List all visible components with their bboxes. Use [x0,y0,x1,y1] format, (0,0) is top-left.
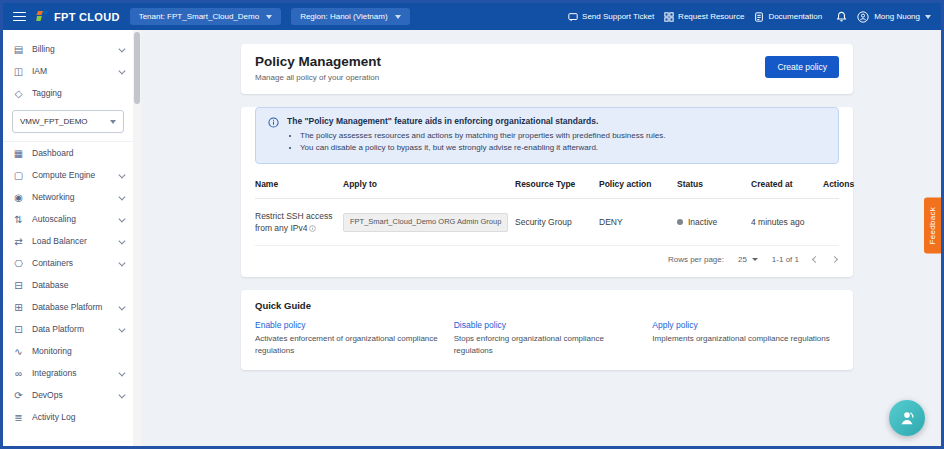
resource-grid-icon [664,12,674,22]
chat-assistant-button[interactable] [889,400,925,436]
chevron-down-icon [118,171,124,177]
column-header-name: Name [255,168,343,198]
hamburger-menu-icon[interactable] [13,12,26,22]
sidebar-item-tagging[interactable]: ◇ Tagging [3,82,133,104]
policy-table-card: The "Policy Management" feature aids in … [241,107,853,277]
chevron-down-icon [118,259,124,265]
table-header-row: Name Apply to Resource Type Policy actio… [255,168,839,199]
disable-policy-link[interactable]: Disable policy [454,320,641,330]
sidebar-item-networking[interactable]: ◉ Networking [3,186,133,208]
apply-to-chip: FPT_Smart_Cloud_Demo ORG Admin Group [343,213,508,232]
disable-policy-desc: Stops enforcing organizational complianc… [454,333,641,355]
sidebar-item-label: Data Platform [32,324,84,334]
sidebar-item-monitoring[interactable]: ∿ Monitoring [3,340,133,362]
monitoring-icon: ∿ [13,346,24,357]
documentation-link[interactable]: Documentation [754,12,822,22]
sidebar-item-iam[interactable]: ◫ IAM [3,60,133,82]
page-header-card: Policy Management Manage all policy of y… [241,44,853,94]
billing-icon: ▤ [13,44,24,55]
sidebar-item-dashboard[interactable]: ▦ Dashboard [3,142,133,164]
sidebar-item-data-platform[interactable]: ⊡ Data Platform [3,318,133,340]
bell-icon [836,11,847,22]
notifications-button[interactable] [836,11,847,22]
send-support-ticket-label: Send Support Ticket [582,12,654,21]
send-support-ticket-link[interactable]: Send Support Ticket [568,12,654,22]
sidebar-item-compute-engine[interactable]: ▢ Compute Engine [3,164,133,186]
project-select-wrap: VMW_FPT_DEMO [3,104,133,142]
data-platform-icon: ⊡ [13,324,24,335]
sidebar-item-label: DevOps [32,390,63,400]
devops-icon: ⟳ [13,390,24,401]
brand-logo[interactable]: FPT CLOUD [36,11,120,23]
database-platform-icon: ⊞ [13,302,24,313]
avatar [857,11,869,23]
sidebar-item-label: Database Platform [32,302,102,312]
chevron-down-icon [752,258,758,261]
sidebar-item-integrations[interactable]: ∞ Integrations [3,362,133,384]
user-menu[interactable]: Mong Nuong [857,11,931,23]
sidebar-item-label: Database [32,280,68,290]
iam-icon: ◫ [13,66,24,77]
create-policy-button[interactable]: Create policy [765,56,839,78]
quick-guide-item: Enable policy Activates enforcement of o… [255,320,442,355]
quick-guide-item: Apply policy Implements organizational c… [652,320,839,355]
chevron-down-icon [110,120,116,124]
info-banner: The "Policy Management" feature aids in … [255,107,839,164]
sidebar-item-autoscaling[interactable]: ⇅ Autoscaling [3,208,133,230]
status-badge: Inactive [688,216,717,228]
rows-per-page-select[interactable]: 25 [738,255,758,264]
sidebar-item-database-platform[interactable]: ⊞ Database Platform [3,296,133,318]
activity-log-icon: ≣ [13,412,24,423]
assistant-icon [897,408,917,428]
sidebar-item-label: IAM [32,66,47,76]
sidebar-item-label: Activity Log [32,412,75,422]
chevron-down-icon [118,325,124,331]
region-selector[interactable]: Region: Hanoi (Vietnam) [291,8,409,25]
rows-per-page-label: Rows per page: [668,255,724,264]
chevron-down-icon [118,45,124,51]
app-window: FPT CLOUD Tenant: FPT_Smart_Cloud_Demo R… [0,0,944,449]
enable-policy-link[interactable]: Enable policy [255,320,442,330]
sidebar-item-activity-log[interactable]: ≣ Activity Log [3,406,133,428]
info-icon[interactable] [309,225,316,232]
quick-guide-title: Quick Guide [255,300,839,311]
sidebar-item-containers[interactable]: ⎔ Containers [3,252,133,274]
sidebar-item-label: Tagging [32,88,62,98]
policy-name: Restrict SSH access from any IPv4 [255,211,332,233]
resource-type-cell: Security Group [515,205,599,239]
sidebar-item-label: Dashboard [32,148,74,158]
networking-icon: ◉ [13,192,24,203]
table-row[interactable]: Restrict SSH access from any IPv4 FPT_Sm… [255,199,839,247]
scrollbar-thumb[interactable] [134,32,140,104]
chevron-down-icon [118,303,124,309]
pagination: Rows per page: 25 1-1 of 1 [241,246,853,273]
status-dot-icon [677,219,683,225]
banner-title: The "Policy Management" feature aids in … [287,116,666,126]
created-at-cell: 4 minutes ago [751,205,823,239]
sidebar-item-label: Autoscaling [32,214,76,224]
topbar: FPT CLOUD Tenant: FPT_Smart_Cloud_Demo R… [3,3,941,30]
sidebar-item-billing[interactable]: ▤ Billing [3,38,133,60]
policy-action-cell: DENY [599,205,677,239]
sidebar-scrollbar[interactable] [133,30,141,446]
sidebar-item-label: Billing [32,44,55,54]
feedback-tab[interactable]: Feedback [924,198,941,254]
autoscaling-icon: ⇅ [13,214,24,225]
column-header-status: Status [677,168,751,198]
previous-page-icon[interactable] [812,256,819,263]
page-subtitle: Manage all policy of your operation [255,73,381,82]
tag-icon: ◇ [13,88,24,99]
next-page-icon[interactable] [831,256,838,263]
sidebar-item-devops[interactable]: ⟳ DevOps [3,384,133,406]
sidebar-item-label: Integrations [32,368,76,378]
sidebar-item-database[interactable]: ⊟ Database [3,274,133,296]
apply-policy-link[interactable]: Apply policy [652,320,839,330]
project-selector[interactable]: VMW_FPT_DEMO [12,110,124,133]
sidebar-item-load-balancer[interactable]: ⇄ Load Balancer [3,230,133,252]
containers-icon: ⎔ [13,258,24,269]
sidebar-item-label: Monitoring [32,346,72,356]
quick-guide-item: Disable policy Stops enforcing organizat… [454,320,641,355]
request-resource-link[interactable]: Request Resource [664,12,744,22]
chevron-down-icon [118,193,124,199]
tenant-selector[interactable]: Tenant: FPT_Smart_Cloud_Demo [130,8,282,25]
